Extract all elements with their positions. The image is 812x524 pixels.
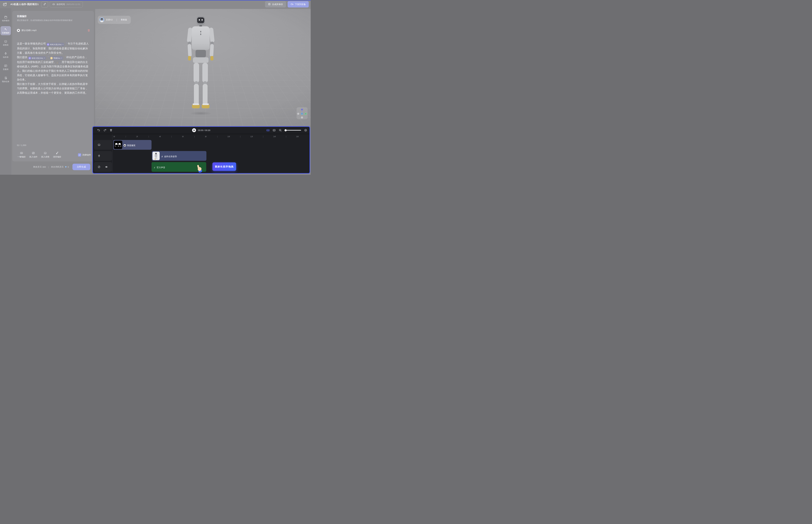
segment-quote-mark: 」	[56, 61, 59, 64]
topbar: A1机器人动作-我的项目1 保存时间 26/01/03 12:01 合成并保存 …	[0, 0, 311, 8]
sidebar-item-label: 动作库	[3, 56, 9, 59]
slider-thumb[interactable]	[285, 129, 287, 131]
segment-quote-mark: 「	[47, 56, 49, 59]
sidebar: 动作模仿音频编排表情库动作库音频库我的任务	[0, 8, 11, 175]
rhythm-toggle[interactable]: 韵律动作	[78, 153, 91, 157]
timeline-zoom-controls	[266, 129, 307, 132]
redo-button[interactable]	[103, 129, 107, 132]
insert-expression-button[interactable]: 插入表情	[39, 151, 51, 158]
script-text: 我们提供	[17, 56, 28, 59]
ruler-label: 16f	[296, 135, 298, 137]
action-button-label: 一键编排	[18, 155, 26, 158]
sidebar-item-label: 表情库	[3, 44, 9, 46]
merge-save-button[interactable]: 合成并保存	[265, 1, 286, 7]
frame-view-button[interactable]	[273, 129, 276, 132]
ai-icon: AI	[20, 151, 23, 154]
fit-width-icon	[266, 129, 270, 132]
expression-tag[interactable]: 哈哈大笑(10s)×	[46, 43, 64, 46]
expression-clip[interactable]: 害羞微笑	[113, 140, 151, 150]
expression-track-header[interactable]	[94, 140, 112, 150]
segment-quote-mark: 」	[46, 47, 48, 50]
sidebar-item-audio-lib[interactable]: 音频库	[0, 63, 11, 72]
rhythm-checkbox[interactable]	[78, 153, 81, 157]
sidebar-item-audio-arrange[interactable]: 音频编排	[0, 26, 11, 35]
speaker-icon[interactable]	[105, 165, 108, 168]
ruler-label: 2f	[136, 135, 138, 137]
model-edition: 青春版	[121, 18, 127, 21]
script-editor[interactable]: 这是一家全球领先的公司哈哈大笑(10s)×「专注于先进机器人系统的设计、制造和部…	[17, 42, 89, 95]
sidebar-item-label: 音频编排	[2, 32, 10, 34]
delete-audio-button[interactable]	[87, 29, 90, 32]
ruler-label: 12f	[250, 135, 253, 137]
timeline-tracks: 害羞微笑 超帅走路姿势 官方声音	[112, 140, 308, 172]
zoom-out-button[interactable]	[279, 129, 282, 132]
gizmo-x-axis[interactable]: X	[305, 113, 307, 115]
gizmo-z-axis[interactable]: Z	[301, 109, 303, 111]
axis-gizmo[interactable]: Z Y X	[296, 107, 308, 119]
audio-file-name: 默认名称1.mp3	[21, 29, 36, 32]
grin-emoji-icon	[124, 144, 126, 147]
timeline-zoom-slider[interactable]	[285, 130, 301, 131]
sidebar-item-motion-mimic[interactable]: 动作模仿	[0, 14, 11, 23]
audio-play-button[interactable]	[17, 29, 20, 32]
person-icon	[98, 154, 100, 157]
clapper-icon	[4, 15, 7, 19]
tag-close-icon[interactable]: ×	[44, 56, 45, 61]
tag-close-icon[interactable]: ×	[62, 43, 64, 47]
robot-viewport[interactable]: 灵犀X2 ｜ 青春版 Z Y X	[95, 9, 311, 126]
char-counter: 52 / 1,000	[17, 144, 26, 146]
action-thumbnail	[152, 152, 160, 160]
action-clip[interactable]: 超帅走路姿势	[152, 151, 207, 161]
action-button-label: 插入动作	[29, 155, 37, 158]
app-window: A1机器人动作-我的项目1 保存时间 26/01/03 12:01 合成并保存 …	[0, 0, 311, 175]
one-key-arrange-button[interactable]: AI一键编排	[16, 151, 28, 158]
sidebar-item-expression-lib[interactable]: 表情库	[0, 38, 11, 47]
footer-separator: |	[48, 166, 49, 168]
generate-now-button[interactable]: 立即生成	[72, 164, 90, 170]
panel-title: 音频编排	[17, 15, 27, 18]
timeline-panel: 00:00 / 00:30 0f2f4f6f8f10f12f14f16f	[93, 126, 310, 174]
sidebar-item-action-lib[interactable]: 动作库	[0, 50, 11, 60]
zoom-in-button[interactable]	[304, 129, 307, 132]
gizmo-y-axis[interactable]: Y	[301, 113, 303, 115]
ruler-tick	[194, 136, 195, 137]
robotface-icon	[4, 40, 7, 43]
clear-arrange-button[interactable]: 清空编排	[51, 151, 63, 158]
tag-label: 哈哈大笑(10s)	[32, 56, 43, 61]
ruler-tick	[263, 136, 263, 137]
timeline-play-button[interactable]	[192, 128, 196, 132]
svg-text:AI: AI	[21, 152, 22, 154]
action-tag[interactable]: 弯腰(5s)×	[50, 56, 63, 60]
ruler-label: 14f	[273, 135, 276, 137]
delete-clip-button[interactable]	[110, 129, 113, 132]
remaining-gems-value: 300	[43, 166, 46, 168]
sidebar-item-my-tasks[interactable]: 我的任务	[0, 75, 11, 84]
trash-icon	[87, 29, 90, 32]
action-track-header[interactable]	[94, 151, 112, 161]
audio-file-row: 默认名称1.mp3	[17, 28, 90, 33]
app-logo-icon[interactable]	[3, 2, 7, 6]
insert-action-button[interactable]: 插入动作	[28, 151, 39, 158]
segment-quote-mark: 「	[65, 42, 68, 45]
person-tag-icon	[50, 57, 53, 60]
person-icon	[4, 52, 7, 55]
ruler-label: 10f	[227, 135, 230, 137]
deploy-to-device-button[interactable]: 下发到设备	[288, 1, 309, 7]
tag-label: 哈哈大笑(10s)	[50, 43, 62, 47]
speed-icon[interactable]	[98, 165, 100, 168]
gizmo-neg-z-axis[interactable]	[301, 116, 303, 118]
undo-button[interactable]	[97, 129, 100, 132]
robot-shadow	[185, 111, 216, 116]
panel-subtitle: 通过音频处理，生成音频素材以及融合动作和表情的音频编排素材	[17, 19, 72, 22]
timeline-ruler[interactable]: 0f2f4f6f8f10f12f14f16f	[112, 134, 308, 139]
tag-close-icon[interactable]: ×	[61, 56, 62, 61]
rename-button[interactable]	[41, 1, 48, 7]
expression-tag[interactable]: 哈哈大笑(10s)×	[28, 56, 46, 60]
face-tag-icon	[29, 57, 31, 60]
sidebar-item-label: 音频库	[3, 68, 9, 71]
segment-quote-mark: 」	[59, 61, 62, 64]
segment-quote-mark: 「	[64, 56, 66, 59]
gizmo-neg-x-axis[interactable]	[297, 113, 299, 115]
audio-track-header	[94, 162, 112, 172]
fit-timeline-button[interactable]	[266, 129, 270, 132]
